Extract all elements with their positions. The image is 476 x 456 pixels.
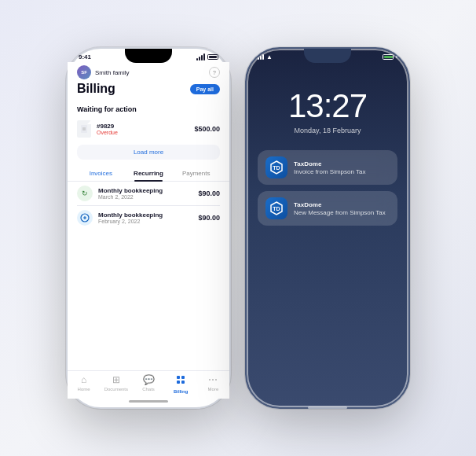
invoice-status: Overdue [97, 130, 189, 135]
billing-row: Billing Pay all [77, 82, 220, 96]
svg-rect-7 [181, 381, 185, 384]
documents-icon: ⊞ [112, 374, 120, 385]
document-icon [77, 120, 91, 138]
signal-icon-right [258, 54, 264, 60]
pay-all-button[interactable]: Pay all [190, 84, 220, 94]
recurring-item-2[interactable]: Monthly bookkeeping February 2, 2022 $90… [68, 206, 229, 230]
nav-home[interactable]: ⌂ Home [68, 374, 100, 394]
recurring-date-1: March 2, 2022 [98, 194, 192, 200]
taxdome-icon-2: TD [265, 197, 287, 219]
billing-tabs: Invoices Recurring Payments [68, 166, 229, 182]
home-bar-left [129, 400, 168, 403]
avatar: SF [77, 65, 91, 79]
nav-documents[interactable]: ⊞ Documents [100, 374, 132, 394]
recurring-date-2: February 2, 2022 [98, 219, 192, 224]
right-phone: ▲ 13:27 Monday, 18 February TD TaxDome I… [245, 47, 410, 409]
billing-title: Billing [77, 82, 115, 96]
notif-appname-2: TaxDome [294, 201, 386, 208]
nav-billing-label: Billing [174, 389, 188, 394]
app-header: SF Smith family ? Billing Pay all [68, 62, 229, 101]
section-title: Waiting for action [68, 101, 229, 116]
app-content: SF Smith family ? Billing Pay all Waitin… [68, 62, 229, 399]
billing-icon [175, 374, 186, 388]
signal-icon [196, 53, 205, 61]
recurring-name-2: Monthly bookkeeping [98, 211, 192, 219]
notif-appname-1: TaxDome [294, 160, 365, 167]
nav-home-label: Home [78, 387, 90, 392]
tab-payments[interactable]: Payments [172, 166, 220, 181]
nav-more[interactable]: ⋯ More [197, 374, 229, 394]
recurring-info-1: Monthly bookkeeping March 2, 2022 [98, 187, 192, 200]
left-phone: 9:41 SF Smith family ? [66, 47, 231, 409]
recurring-amount-1: $90.00 [198, 189, 220, 197]
more-icon: ⋯ [208, 374, 218, 385]
nav-chats[interactable]: 💬 Chats [132, 374, 164, 394]
notif-message-2: New Message from Simpson Tax [294, 209, 386, 216]
notch-right [304, 49, 351, 63]
invoice-info: #9829 Overdue [97, 123, 189, 135]
recurring-name-1: Monthly bookkeeping [98, 187, 192, 194]
recurring-amount-2: $90.00 [198, 214, 220, 222]
help-button[interactable]: ? [209, 67, 220, 78]
svg-rect-0 [81, 125, 87, 133]
notification-2[interactable]: TD TaxDome New Message from Simpson Tax [258, 191, 397, 226]
status-icons-left [196, 53, 218, 61]
recurring-item-1[interactable]: ↻ Monthly bookkeeping March 2, 2022 $90.… [68, 182, 229, 205]
recurring-icon-blue [77, 210, 93, 226]
bottom-nav: ⌂ Home ⊞ Documents 💬 Chats [68, 370, 229, 399]
lock-screen: 13:27 Monday, 18 February TD TaxDome Inv… [247, 62, 408, 405]
signal-wifi-right: ▲ [258, 53, 273, 61]
battery-right-icon [383, 54, 394, 60]
user-name: Smith family [95, 69, 130, 76]
lock-date: Monday, 18 February [258, 127, 397, 134]
notif-content-2: TaxDome New Message from Simpson Tax [294, 201, 386, 216]
nav-more-label: More [208, 387, 219, 392]
notif-content-1: TaxDome Invoice from Simpson Tax [294, 160, 365, 175]
wifi-icon: ▲ [266, 53, 273, 61]
recurring-info-2: Monthly bookkeeping February 2, 2022 [98, 211, 192, 224]
nav-documents-label: Documents [104, 387, 128, 392]
svg-text:TD: TD [273, 165, 280, 171]
nav-billing[interactable]: Billing [165, 374, 197, 394]
notch [125, 49, 172, 63]
svg-rect-6 [177, 381, 180, 384]
time-left: 9:41 [79, 53, 91, 61]
load-more-button[interactable]: Load more [77, 145, 220, 160]
taxdome-icon-1: TD [265, 156, 287, 178]
user-info: SF Smith family [77, 65, 130, 79]
lock-time: 13:27 [258, 87, 397, 125]
svg-text:TD: TD [273, 206, 280, 211]
svg-rect-4 [177, 376, 180, 379]
battery-right [383, 54, 397, 60]
home-bar-right [308, 406, 347, 409]
nav-chats-label: Chats [142, 387, 155, 392]
invoice-amount: $500.00 [194, 125, 220, 133]
tab-invoices[interactable]: Invoices [77, 166, 125, 181]
notif-message-1: Invoice from Simpson Tax [294, 168, 365, 175]
battery-tip [396, 56, 397, 58]
notification-1[interactable]: TD TaxDome Invoice from Simpson Tax [258, 150, 397, 185]
svg-rect-5 [181, 376, 185, 379]
chats-icon: 💬 [143, 374, 155, 385]
recurring-icon-green: ↻ [77, 186, 93, 201]
invoice-item[interactable]: #9829 Overdue $500.00 [68, 116, 229, 142]
battery-icon [207, 54, 218, 60]
tab-recurring[interactable]: Recurring [125, 166, 173, 181]
invoice-number: #9829 [97, 123, 189, 130]
user-row: SF Smith family ? [77, 65, 220, 79]
home-icon: ⌂ [81, 374, 86, 385]
